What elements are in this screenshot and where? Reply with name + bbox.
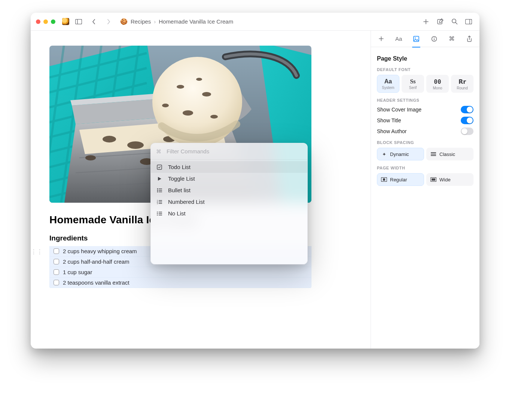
compose-button[interactable] [435, 16, 446, 27]
inspector-tab-shortcuts[interactable]: ⌘ [445, 33, 458, 45]
rect-narrow-icon [381, 177, 387, 183]
svg-point-14 [202, 92, 211, 96]
inspector-tab-page-style[interactable] [410, 33, 423, 45]
inspector-body: Page Style DEFAULT FONT Aa System Ss Ser… [371, 47, 479, 192]
font-name: Mono [427, 86, 448, 90]
todo-row[interactable]: 2 teaspoons vanilla extract [49, 278, 311, 288]
seg-label: Wide [439, 177, 451, 183]
seg-label: Regular [390, 177, 407, 183]
todo-text: 1 cup sugar [63, 269, 92, 275]
inspector-tab-share[interactable] [463, 33, 476, 45]
svg-rect-31 [159, 203, 162, 204]
font-name: Serif [402, 86, 424, 90]
todo-row[interactable]: 1 cup sugar [49, 267, 311, 278]
bullet-list-icon [156, 188, 163, 193]
svg-text:3: 3 [157, 202, 158, 204]
search-button[interactable] [449, 16, 460, 27]
toggle-show-cover[interactable] [461, 106, 473, 113]
svg-point-24 [157, 191, 158, 192]
command-key-icon: ⌘ [449, 35, 455, 42]
command-search-row: ⌘ [151, 143, 307, 160]
svg-rect-4 [466, 19, 472, 24]
section-label-font: DEFAULT FONT [377, 67, 473, 72]
svg-rect-42 [434, 39, 435, 40]
window-controls [36, 19, 55, 24]
todo-text: 2 cups half-and-half cream [63, 258, 130, 265]
width-wide[interactable]: Wide [426, 173, 473, 186]
editor-content[interactable]: Homemade Vanilla Ice Cream Ingredients ⋮… [31, 31, 371, 349]
image-icon [413, 36, 419, 42]
inspector-toggle-button[interactable] [463, 16, 474, 27]
toggle-show-author[interactable] [461, 128, 473, 135]
row-show-title: Show Title [377, 117, 473, 124]
sidebar-toggle-button[interactable] [73, 16, 84, 27]
inspector-tab-add[interactable] [375, 33, 387, 45]
checkbox[interactable] [54, 280, 59, 285]
font-chip-mono[interactable]: 00 Mono [426, 75, 449, 93]
font-sample: Aa [377, 78, 399, 85]
font-chip-serif[interactable]: Ss Serif [402, 75, 424, 93]
cookie-icon: 🍪 [120, 18, 128, 25]
inspector-tab-info[interactable] [428, 33, 441, 45]
nav-forward-button[interactable] [103, 16, 114, 27]
svg-rect-44 [431, 154, 436, 154]
checkbox[interactable] [54, 269, 59, 275]
command-item-toggle-list[interactable]: Toggle List [151, 173, 307, 184]
font-chip-round[interactable]: Rr Round [451, 75, 473, 93]
new-button[interactable] [420, 16, 432, 27]
checkbox[interactable] [54, 248, 59, 254]
command-key-icon: ⌘ [156, 148, 161, 154]
plus-icon [378, 36, 384, 42]
chevron-right-icon: › [154, 18, 156, 25]
command-item-no-list[interactable]: No List [151, 208, 307, 219]
zoom-window-button[interactable] [51, 19, 55, 24]
breadcrumb-parent[interactable]: Recipes [131, 18, 151, 25]
row-show-author: Show Author [377, 128, 473, 135]
svg-point-41 [434, 37, 435, 38]
chevron-left-icon [92, 19, 95, 24]
svg-point-39 [415, 37, 416, 39]
svg-point-8 [127, 141, 144, 149]
spacing-dynamic[interactable]: ✦ Dynamic [377, 148, 424, 160]
lines-icon [430, 151, 436, 157]
svg-rect-27 [159, 200, 162, 201]
font-name: Round [451, 86, 473, 90]
command-label: Bullet list [168, 187, 191, 193]
command-search-input[interactable] [166, 148, 302, 155]
inspector-tabs: Aa ⌘ [371, 31, 479, 47]
section-label-header: HEADER SETTINGS [377, 98, 473, 102]
svg-point-15 [183, 110, 193, 116]
compose-icon [437, 18, 444, 25]
section-label-width: PAGE WIDTH [377, 166, 473, 170]
drag-handle-icon[interactable]: ⋮⋮ [31, 248, 43, 255]
svg-rect-0 [76, 19, 82, 24]
width-regular[interactable]: Regular [377, 173, 424, 186]
breadcrumb-current[interactable]: Homemade Vanilla Ice Cream [159, 18, 233, 25]
toggle-show-title[interactable] [461, 117, 473, 124]
seg-label: Dynamic [390, 151, 409, 157]
inspector-tab-text[interactable]: Aa [392, 33, 405, 45]
svg-rect-29 [159, 202, 162, 202]
svg-rect-47 [383, 178, 385, 181]
command-label: Numbered List [168, 199, 205, 205]
todo-text: 2 teaspoons vanilla extract [63, 279, 130, 286]
svg-rect-43 [431, 152, 436, 153]
plus-icon [423, 19, 429, 25]
breadcrumb: 🍪 Recipes › Homemade Vanilla Ice Cream [120, 18, 233, 25]
nav-back-button[interactable] [88, 16, 99, 27]
svg-point-20 [157, 188, 158, 189]
checkbox[interactable] [54, 259, 59, 264]
svg-point-7 [103, 136, 116, 142]
svg-rect-34 [157, 213, 158, 214]
font-chip-system[interactable]: Aa System [377, 75, 399, 93]
command-item-todo-list[interactable]: Todo List [151, 161, 307, 173]
app-icon [62, 18, 69, 25]
command-item-numbered-list[interactable]: 123 Numbered List [151, 196, 307, 208]
command-list: Todo List Toggle List Bullet list 123 Nu… [151, 160, 307, 264]
close-window-button[interactable] [36, 19, 40, 24]
minimize-window-button[interactable] [43, 19, 48, 24]
search-icon [451, 18, 458, 25]
spacing-classic[interactable]: Classic [426, 148, 473, 160]
command-item-bullet-list[interactable]: Bullet list [151, 184, 307, 196]
font-chips: Aa System Ss Serif 00 Mono Rr Round [377, 75, 473, 93]
